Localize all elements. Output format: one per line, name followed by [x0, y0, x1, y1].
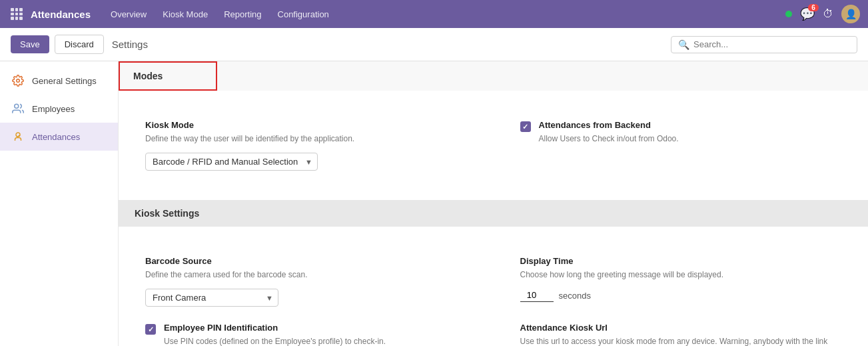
sidebar-label-employees: Employees [32, 104, 75, 114]
app-title: Attendances [31, 9, 91, 20]
seconds-label: seconds [559, 291, 591, 301]
modes-settings-row: Kiosk Mode Define the way the user will … [145, 107, 841, 184]
people-icon [11, 101, 25, 116]
kiosk-mode-setting: Kiosk Mode Define the way the user will … [145, 120, 467, 171]
search-box: 🔍 [671, 36, 857, 53]
kiosk-url-desc: Use this url to access your kiosk mode f… [520, 335, 842, 346]
display-time-setting: Display Time Choose how long the greetin… [520, 256, 842, 302]
kiosk-settings-title: Kiosk Settings [135, 208, 199, 219]
search-input[interactable] [693, 39, 850, 49]
employee-pin-text: Employee PIN Identification Use PIN code… [164, 323, 386, 346]
sidebar-label-attendances: Attendances [32, 132, 80, 142]
attendances-backend-text: Attendances from Backend Allow Users to … [539, 120, 679, 153]
attendances-backend-label: Attendances from Backend [539, 120, 679, 130]
status-indicator [785, 11, 792, 17]
attend-icon [11, 129, 25, 144]
body-layout: General Settings Employees [0, 61, 868, 346]
kiosk-mode-select[interactable]: Barcode / RFID and Manual Selection Barc… [145, 153, 318, 171]
sidebar-item-employees[interactable]: Employees [0, 95, 118, 123]
barcode-source-setting: Barcode Source Define the camera used fo… [145, 256, 467, 307]
notifications-button[interactable]: 💬 6 [800, 7, 815, 21]
svg-point-0 [17, 79, 20, 83]
kiosk-url-label: Attendance Kiosk Url [520, 323, 842, 333]
app-grid-icon[interactable] [8, 5, 25, 23]
kiosk-mode-desc: Define the way the user will be identifi… [145, 133, 467, 145]
sidebar-item-general-settings[interactable]: General Settings [0, 67, 118, 95]
sidebar: General Settings Employees [0, 61, 119, 346]
gear-icon [11, 73, 25, 88]
notification-badge: 6 [808, 4, 819, 11]
kiosk-url-setting: Attendance Kiosk Url Use this url to acc… [520, 323, 842, 346]
kiosk-settings-row-2: Employee PIN Identification Use PIN code… [145, 320, 841, 346]
kiosk-settings-section-header: Kiosk Settings [119, 200, 868, 227]
sidebar-label-general-settings: General Settings [32, 76, 97, 86]
nav-reporting[interactable]: Reporting [217, 7, 268, 22]
toolbar: Save Discard Settings 🔍 [0, 28, 868, 61]
user-avatar[interactable]: 👤 [841, 5, 860, 23]
kiosk-settings-row-1: Barcode Source Define the camera used fo… [145, 243, 841, 320]
modes-section-header-wrapper: Modes [119, 61, 868, 91]
attendances-backend-setting: Attendances from Backend Allow Users to … [520, 120, 842, 153]
display-time-label: Display Time [520, 256, 842, 266]
modes-section-title: Modes [133, 71, 163, 81]
barcode-source-select-wrapper: Front Camera Rear Camera ▼ [145, 289, 278, 307]
employee-pin-setting: Employee PIN Identification Use PIN code… [145, 323, 467, 346]
nav-kiosk-mode[interactable]: Kiosk Mode [156, 7, 215, 22]
display-time-input[interactable] [520, 289, 554, 302]
barcode-source-select[interactable]: Front Camera Rear Camera [145, 289, 278, 307]
svg-point-1 [15, 104, 19, 108]
modes-content: Kiosk Mode Define the way the user will … [119, 91, 868, 200]
nav-overview[interactable]: Overview [104, 7, 153, 22]
nav-configuration[interactable]: Configuration [271, 7, 336, 22]
page-title: Settings [112, 39, 148, 50]
display-time-desc: Choose how long the greeting message wil… [520, 269, 842, 281]
employee-pin-label: Employee PIN Identification [164, 323, 386, 333]
nav-right: 💬 6 ⏱ 👤 [785, 5, 860, 23]
save-button[interactable]: Save [11, 35, 49, 53]
employee-pin-checkbox[interactable] [145, 324, 156, 335]
clock-button[interactable]: ⏱ [823, 8, 833, 20]
barcode-source-label: Barcode Source [145, 256, 467, 266]
attendances-backend-checkbox[interactable] [520, 121, 531, 132]
top-nav: Attendances Overview Kiosk Mode Reportin… [0, 0, 868, 28]
kiosk-settings-content: Barcode Source Define the camera used fo… [119, 227, 868, 346]
employee-pin-desc: Use PIN codes (defined on the Employee's… [164, 335, 386, 346]
sidebar-item-attendances[interactable]: Attendances [0, 123, 118, 151]
discard-button[interactable]: Discard [55, 35, 104, 54]
search-icon: 🔍 [678, 39, 689, 50]
main-content: Modes Kiosk Mode Define the way the user… [119, 61, 868, 346]
attendances-backend-desc: Allow Users to Check in/out from Odoo. [539, 133, 679, 145]
kiosk-mode-select-wrapper: Barcode / RFID and Manual Selection Barc… [145, 153, 318, 171]
kiosk-mode-label: Kiosk Mode [145, 120, 467, 130]
barcode-source-desc: Define the camera used for the barcode s… [145, 269, 467, 281]
